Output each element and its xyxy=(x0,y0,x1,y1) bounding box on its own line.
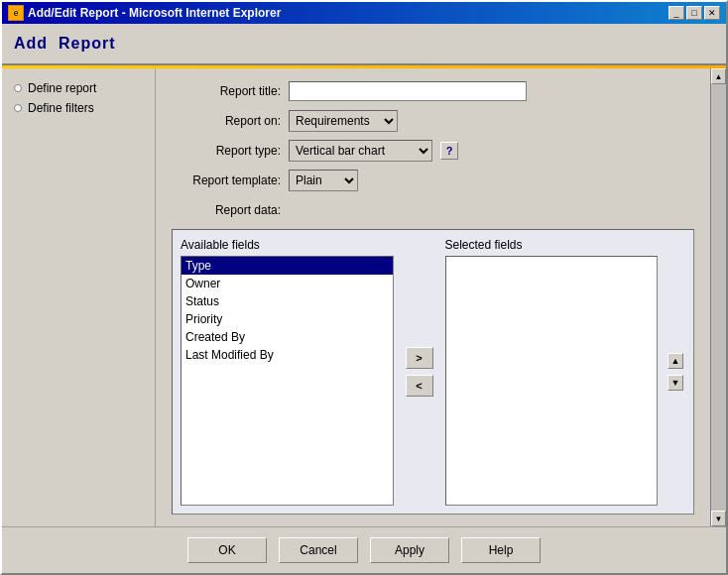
window-title: Add/Edit Report - Microsoft Internet Exp… xyxy=(28,6,281,20)
scroll-up-button[interactable]: ▲ xyxy=(711,68,726,84)
report-data-section: Available fields Type Owner Status Prior… xyxy=(172,229,694,515)
field-item-priority[interactable]: Priority xyxy=(182,310,393,328)
report-type-help-button[interactable]: ? xyxy=(440,142,458,160)
move-right-button[interactable]: > xyxy=(406,347,433,369)
report-type-row: Report type: Vertical bar chart Horizont… xyxy=(172,140,694,162)
help-button[interactable]: Help xyxy=(461,537,541,563)
close-button[interactable]: ✕ xyxy=(704,6,720,20)
report-on-row: Report on: Requirements Defects Tasks xyxy=(172,110,694,132)
sidebar-item-label: Define report xyxy=(28,81,96,95)
sidebar-item-define-filters[interactable]: Define filters xyxy=(10,98,147,118)
selected-fields-column: Selected fields xyxy=(445,238,659,506)
ok-button[interactable]: OK xyxy=(187,537,267,563)
sidebar-item-define-report[interactable]: Define report xyxy=(10,78,147,98)
sidebar-item-label: Define filters xyxy=(28,101,94,115)
selected-fields-list xyxy=(445,256,659,506)
cancel-button[interactable]: Cancel xyxy=(279,537,358,563)
report-template-label: Report template: xyxy=(172,173,281,187)
window-scrollbar: ▲ ▼ xyxy=(710,68,726,526)
available-fields-column: Available fields Type Owner Status Prior… xyxy=(181,238,394,506)
page-title: Add Report xyxy=(14,35,116,53)
report-title-label: Report title: xyxy=(172,84,281,98)
field-item-status[interactable]: Status xyxy=(182,292,393,310)
report-on-select[interactable]: Requirements Defects Tasks xyxy=(289,110,398,132)
report-on-label: Report on: xyxy=(172,114,281,128)
header-bar: Add Report xyxy=(2,24,726,65)
app-icon: e xyxy=(8,5,24,21)
order-buttons: ▲ ▼ xyxy=(666,238,685,506)
report-data-label: Report data: xyxy=(172,203,281,217)
scroll-down-button[interactable]: ▼ xyxy=(711,511,726,526)
transfer-buttons: > < xyxy=(402,238,437,506)
report-template-row: Report template: Plain Standard Detailed xyxy=(172,170,694,191)
apply-button[interactable]: Apply xyxy=(370,537,449,563)
form-area: Report title: Report on: Requirements De… xyxy=(156,68,710,526)
title-bar-left: e Add/Edit Report - Microsoft Internet E… xyxy=(8,5,281,21)
available-fields-list: Type Owner Status Priority Created By La… xyxy=(181,256,394,506)
move-left-button[interactable]: < xyxy=(406,375,433,397)
sidebar-dot-icon xyxy=(14,104,22,112)
scroll-track xyxy=(711,84,726,511)
field-item-created-by[interactable]: Created By xyxy=(182,328,393,346)
field-item-last-modified-by[interactable]: Last Modified By xyxy=(182,346,393,364)
title-bar: e Add/Edit Report - Microsoft Internet E… xyxy=(2,2,726,24)
sidebar: Define report Define filters xyxy=(2,68,156,526)
move-down-button[interactable]: ▼ xyxy=(667,375,683,391)
minimize-button[interactable]: _ xyxy=(668,6,684,20)
title-bar-buttons: _ □ ✕ xyxy=(668,6,720,20)
field-item-type[interactable]: Type xyxy=(182,257,393,275)
window: e Add/Edit Report - Microsoft Internet E… xyxy=(0,0,728,575)
field-item-owner[interactable]: Owner xyxy=(182,275,393,292)
sidebar-dot-icon xyxy=(14,84,22,92)
report-title-input[interactable] xyxy=(289,81,527,101)
content-area: Define report Define filters Report titl… xyxy=(2,68,710,526)
bottom-bar: OK Cancel Apply Help xyxy=(2,526,726,573)
report-title-row: Report title: xyxy=(172,80,694,102)
available-fields-label: Available fields xyxy=(181,238,394,252)
report-template-select[interactable]: Plain Standard Detailed xyxy=(289,170,358,191)
move-up-button[interactable]: ▲ xyxy=(667,353,683,369)
report-data-row: Report data: xyxy=(172,199,694,221)
report-type-select[interactable]: Vertical bar chart Horizontal bar chart … xyxy=(289,140,432,162)
maximize-button[interactable]: □ xyxy=(686,6,702,20)
selected-fields-label: Selected fields xyxy=(445,238,659,252)
report-type-label: Report type: xyxy=(172,144,281,158)
fields-panel: Available fields Type Owner Status Prior… xyxy=(172,229,694,515)
